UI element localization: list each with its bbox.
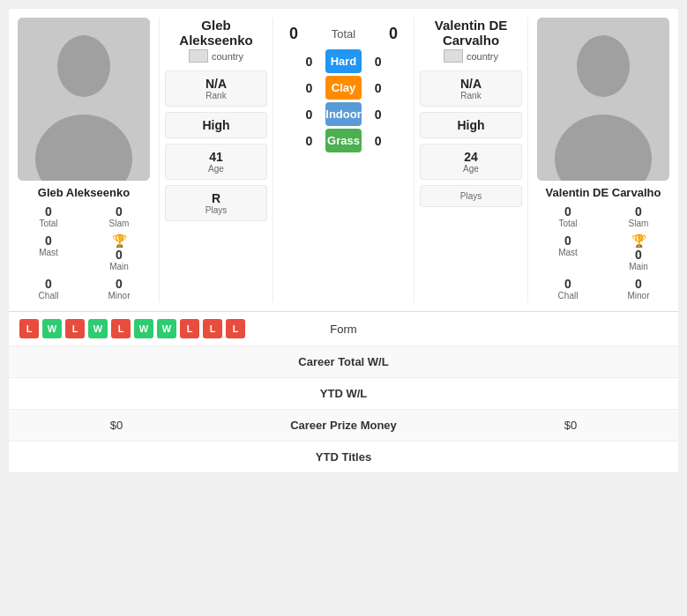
player2-main-value: 0 [635,248,642,262]
player1-plays-label: Plays [169,205,263,215]
surface-btn-clay[interactable]: Clay [325,76,361,100]
svg-point-4 [577,35,630,97]
total-score-right: 0 [380,25,407,43]
player1-country-label: country [212,51,243,62]
player1-main-cell: 🏆 0 Main [88,232,150,273]
player1-plays-row: R Plays [165,185,267,221]
surface-right-indoor: 0 [365,108,392,122]
player2-name: Valentin DE Carvalho [546,186,661,199]
player2-avatar [537,18,669,181]
player1-name: Gleb Alekseenko [38,186,130,199]
player2-card: Valentin DE Carvalho 0 Total 0 Slam 0 Ma… [528,18,678,302]
form-badge-l: L [65,319,85,338]
surface-btn-hard[interactable]: Hard [325,49,361,73]
svg-point-1 [57,35,110,97]
surface-btn-grass[interactable]: Grass [325,129,361,152]
data-row-career-wl: Career Total W/L [9,346,678,378]
form-badge-l: L [226,319,245,338]
player1-rank-row: N/A Rank [165,71,267,107]
data-row-label-career-prize: Career Prize Money [213,419,474,432]
player1-full-name: Gleb Alekseenko [165,18,267,48]
player2-mast-cell: 0 Mast [537,232,599,273]
player2-slam-value: 0 [635,204,642,219]
player1-total-value: 0 [45,204,52,219]
bottom-section: LWLWLWWLLL Form Career Total W/L YTD W/L… [9,311,678,473]
player1-trophy-icon: 🏆 [112,234,127,248]
player1-age-row: 41 Age [165,144,267,180]
player2-rank-value: N/A [424,77,518,91]
form-badge-l: L [111,319,131,338]
player2-slam-label: Slam [629,219,649,228]
player1-chall-value: 0 [45,277,52,291]
surface-row-hard: 0 Hard 0 [295,49,391,73]
player1-minor-value: 0 [116,277,123,291]
player1-slam-cell: 0 Slam [88,203,150,230]
center-column: 0 Total 0 0 Hard 0 0 Clay 0 0 Indoor 0 0… [273,18,414,302]
data-rows: Career Total W/L YTD W/L $0 Career Prize… [9,346,678,473]
players-section: Gleb Alekseenko 0 Total 0 Slam 0 Mast 🏆 … [9,9,678,311]
player2-full-name: Valentin DE Carvalho [420,18,522,48]
player2-chall-value: 0 [564,277,571,291]
player1-main-label: Main [109,262,129,271]
player1-middle-stats: Gleb Alekseenko country N/A Rank High 41… [159,18,273,302]
surface-btn-indoor[interactable]: Indoor [325,102,361,126]
player2-chall-cell: 0 Chall [537,275,599,302]
player1-card: Gleb Alekseenko 0 Total 0 Slam 0 Mast 🏆 … [9,18,159,302]
player2-main-label: Main [629,262,648,271]
player1-stats: 0 Total 0 Slam 0 Mast 🏆 0 Main 0 [9,203,159,302]
player1-high-value: High [169,118,263,132]
data-row-label-ytd-titles: YTD Titles [213,450,474,464]
data-row-label-career-wl: Career Total W/L [213,355,474,368]
player2-trophy-icon: 🏆 [631,234,646,248]
form-badge-l: L [180,319,199,338]
player2-stats: 0 Total 0 Slam 0 Mast 🏆 0 Main 0 [528,203,678,302]
player2-mast-label: Mast [558,248,578,257]
player1-chall-cell: 0 Chall [18,275,79,302]
player1-rank-value: N/A [169,77,263,91]
player1-high-row: High [165,112,267,138]
player1-age-value: 41 [169,150,263,164]
player1-avatar [18,18,150,181]
player1-mast-cell: 0 Mast [18,232,79,273]
data-row-ytd-wl: YTD W/L [9,378,678,410]
player2-age-value: 24 [424,150,518,164]
total-score-left: 0 [280,25,307,43]
player2-middle-stats: Valentin DE Carvalho country N/A Rank Hi… [414,18,528,302]
surface-right-grass: 0 [365,134,392,148]
form-badges: LWLWLWWLLL [19,319,291,338]
total-label: Total [307,27,380,41]
player2-country-label: country [467,51,498,62]
player2-chall-label: Chall [558,291,579,301]
player1-rank-label: Rank [169,91,263,100]
player2-age-row: 24 Age [420,144,522,180]
form-badge-l: L [19,319,39,338]
form-badge-w: W [157,319,176,338]
player2-country-flag-img [444,49,463,63]
total-row: 0 Total 0 [280,25,407,43]
form-row: LWLWLWWLLL Form [9,312,678,346]
surface-left-hard: 0 [295,55,322,69]
player2-mast-value: 0 [564,234,571,248]
player1-slam-value: 0 [116,204,123,219]
player2-total-cell: 0 Total [537,203,599,230]
data-row-label-ytd-wl: YTD W/L [213,387,474,400]
data-row-left-career-prize: $0 [19,419,213,432]
player1-minor-label: Minor [108,291,130,301]
form-badge-w: W [42,319,62,338]
player2-rank-row: N/A Rank [420,71,522,107]
form-badge-w: W [134,319,153,338]
player2-minor-label: Minor [627,291,649,301]
player1-mast-value: 0 [45,234,52,248]
player2-high-row: High [420,112,522,138]
player2-country: country [444,49,498,63]
player1-total-cell: 0 Total [18,203,79,230]
surface-row-indoor: 0 Indoor 0 [295,102,391,126]
form-badge-l: L [203,319,222,338]
surface-rows: 0 Hard 0 0 Clay 0 0 Indoor 0 0 Grass 0 [295,47,391,155]
player1-plays-value: R [169,191,263,205]
surface-right-hard: 0 [365,55,392,69]
player1-main-value: 0 [116,248,123,262]
form-label: Form [291,323,397,336]
player2-slam-cell: 0 Slam [608,203,669,230]
surface-left-grass: 0 [295,134,322,148]
